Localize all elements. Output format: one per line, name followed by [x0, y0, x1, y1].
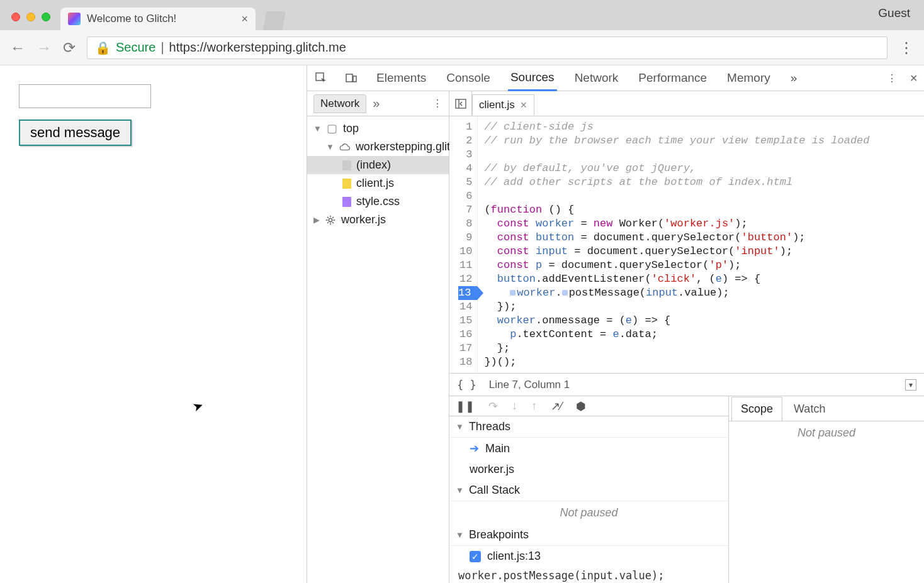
scope-tab-bar: Scope Watch	[729, 396, 924, 421]
reload-button[interactable]: ⟳	[63, 39, 76, 57]
tab-console[interactable]: Console	[444, 66, 493, 90]
window-maximize-button[interactable]	[42, 13, 50, 21]
debugger-right-pane: Scope Watch Not paused	[729, 396, 924, 583]
editor-tab-bar: client.js ✕	[449, 91, 924, 116]
pretty-print-icon[interactable]: { }	[457, 379, 476, 391]
pause-on-exceptions-icon[interactable]: ⬢	[576, 399, 586, 413]
tree-file-clientjs[interactable]: client.js	[307, 174, 449, 192]
window-close-button[interactable]	[11, 13, 20, 21]
svg-rect-2	[353, 76, 356, 82]
disclosure-triangle-icon[interactable]: ▼	[456, 530, 464, 540]
device-toolbar-icon[interactable]	[344, 70, 359, 86]
debugger-left-pane: ❚❚ ↷ ↓ ↑ ↗⁄ ⬢ ▼ Threads ➔	[449, 396, 729, 583]
tab-watch[interactable]: Watch	[785, 397, 834, 421]
code-lines[interactable]: // client-side js// run by the browser e…	[478, 116, 876, 373]
devtools-tabbar: Elements Console Sources Network Perform…	[307, 65, 924, 91]
scope-empty: Not paused	[729, 421, 924, 445]
show-console-icon[interactable]: ▾	[905, 379, 916, 391]
css-file-icon	[342, 197, 351, 207]
cursor-position: Line 7, Column 1	[489, 379, 570, 391]
step-out-icon[interactable]: ↑	[531, 399, 537, 413]
forward-button[interactable]: →	[37, 39, 52, 57]
url-separator: |	[161, 40, 164, 55]
tree-domain[interactable]: ▼ workerstepping.glitch	[307, 138, 449, 156]
toggle-navigator-icon[interactable]	[449, 91, 472, 116]
code-editor: client.js ✕ 123456789101112131415161718 …	[449, 91, 924, 583]
send-message-button[interactable]: send message	[19, 119, 132, 146]
frame-icon	[327, 121, 338, 135]
disclosure-triangle-icon[interactable]: ▶	[313, 215, 320, 225]
tree-file-stylecss[interactable]: style.css	[307, 192, 449, 211]
url-text: https://workerstepping.glitch.me	[169, 40, 346, 55]
navigator-header: Network » ⋮	[307, 91, 449, 116]
tab-performance[interactable]: Performance	[636, 66, 709, 90]
tab-sources[interactable]: Sources	[508, 65, 557, 91]
tabs-overflow-icon[interactable]: »	[788, 66, 800, 90]
browser-menu-icon[interactable]: ⋮	[899, 39, 914, 57]
new-tab-button[interactable]	[263, 11, 286, 30]
navigator-tab-network[interactable]: Network	[313, 94, 366, 113]
message-input[interactable]	[19, 84, 151, 108]
inspect-element-icon[interactable]	[313, 70, 329, 86]
tab-close-icon[interactable]: ×	[241, 13, 248, 26]
worker-gear-icon	[325, 214, 336, 226]
window-minimize-button[interactable]	[26, 13, 35, 21]
tree-worker-label: worker.js	[341, 213, 386, 226]
thread-label: Main	[485, 442, 510, 455]
thread-worker[interactable]: worker.js	[449, 459, 728, 480]
svg-rect-4	[456, 99, 466, 108]
disclosure-triangle-icon[interactable]: ▼	[313, 124, 322, 133]
line-gutter[interactable]: 123456789101112131415161718	[449, 116, 478, 373]
file-icon	[342, 160, 351, 170]
breakpoint-snippet: worker.postMessage(input.value);	[449, 567, 728, 583]
tree-file-index[interactable]: (index)	[307, 156, 449, 174]
threads-label: Threads	[469, 420, 510, 433]
thread-label: worker.js	[470, 463, 514, 476]
devtools-settings-icon[interactable]: ⋮	[887, 72, 897, 84]
thread-main[interactable]: ➔ Main	[449, 438, 728, 459]
browser-tab[interactable]: Welcome to Glitch! ×	[60, 8, 256, 30]
browser-tab-strip: Welcome to Glitch! × Guest	[0, 0, 924, 30]
deactivate-breakpoints-icon[interactable]: ↗⁄	[551, 399, 562, 413]
editor-tab-close-icon[interactable]: ✕	[520, 100, 527, 110]
navigator-tabs-overflow-icon[interactable]: »	[373, 96, 380, 111]
window-controls	[11, 13, 50, 21]
tab-favicon	[68, 13, 81, 25]
disclosure-triangle-icon[interactable]: ▼	[326, 142, 334, 152]
callstack-header[interactable]: ▼ Call Stack	[449, 480, 728, 501]
editor-tab-label: client.js	[479, 99, 515, 111]
breakpoints-label: Breakpoints	[469, 528, 529, 541]
step-over-icon[interactable]: ↷	[488, 399, 498, 413]
breakpoint-checkbox[interactable]: ✓	[470, 551, 481, 562]
tab-elements[interactable]: Elements	[374, 66, 429, 90]
pause-icon[interactable]: ❚❚	[456, 399, 475, 413]
editor-tab-clientjs[interactable]: client.js ✕	[472, 94, 534, 115]
secure-label: Secure	[116, 40, 155, 55]
tab-memory[interactable]: Memory	[724, 66, 773, 90]
svg-point-3	[329, 218, 332, 221]
tree-frame-top[interactable]: ▼ top	[307, 119, 449, 138]
devtools-close-icon[interactable]: ✕	[910, 72, 918, 84]
cloud-icon	[339, 143, 351, 152]
debugger-toolbar: ❚❚ ↷ ↓ ↑ ↗⁄ ⬢	[449, 396, 728, 416]
profile-guest-label[interactable]: Guest	[878, 6, 910, 20]
code-area[interactable]: 123456789101112131415161718 // client-si…	[449, 116, 924, 373]
tab-scope[interactable]: Scope	[731, 397, 782, 421]
lock-icon: 🔒	[95, 40, 111, 55]
breakpoints-header[interactable]: ▼ Breakpoints	[449, 525, 728, 546]
tree-file-label: (index)	[356, 158, 391, 172]
tab-network[interactable]: Network	[572, 66, 621, 90]
tree-worker[interactable]: ▶ worker.js	[307, 211, 449, 229]
url-omnibox[interactable]: 🔒 Secure | https://workerstepping.glitch…	[87, 36, 887, 59]
tree-domain-label: workerstepping.glitch	[356, 140, 462, 153]
disclosure-triangle-icon[interactable]: ▼	[456, 486, 464, 495]
breakpoint-item[interactable]: ✓ client.js:13	[449, 546, 728, 567]
sources-navigator: Network » ⋮ ▼ top ▼ workerstepping.glitc…	[307, 91, 449, 583]
disclosure-triangle-icon[interactable]: ▼	[456, 422, 464, 431]
active-thread-arrow-icon: ➔	[470, 441, 479, 455]
navigator-menu-icon[interactable]: ⋮	[432, 97, 442, 109]
threads-header[interactable]: ▼ Threads	[449, 416, 728, 438]
step-into-icon[interactable]: ↓	[512, 399, 517, 413]
back-button[interactable]: ←	[10, 39, 25, 57]
callstack-label: Call Stack	[469, 484, 520, 497]
